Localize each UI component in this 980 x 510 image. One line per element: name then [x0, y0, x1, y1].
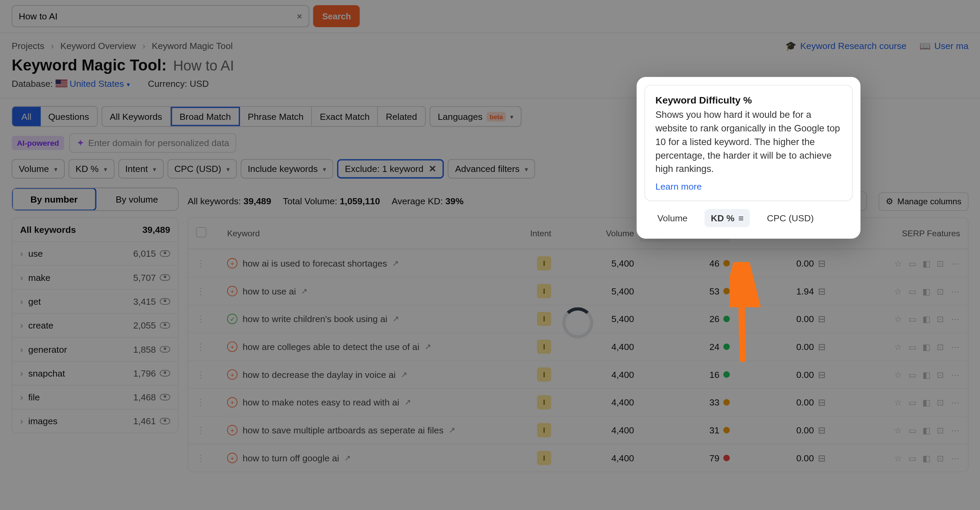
- category-item[interactable]: ›create2,055: [12, 313, 178, 337]
- drag-handle-icon[interactable]: ⋮: [196, 314, 222, 324]
- intent-badge: I: [537, 395, 551, 410]
- keyword-text: how to make notes easy to read with ai: [243, 397, 399, 408]
- breadcrumb-overview[interactable]: Keyword Overview: [60, 41, 136, 51]
- stat-volume: Total Volume: 1,059,110: [283, 196, 380, 206]
- add-keyword-icon[interactable]: +: [227, 286, 237, 296]
- add-keyword-icon[interactable]: +: [227, 369, 237, 380]
- drag-handle-icon[interactable]: ⋮: [196, 397, 222, 408]
- eye-icon[interactable]: [160, 298, 170, 305]
- filter-advanced[interactable]: Advanced filters▾: [448, 159, 535, 178]
- col-intent[interactable]: Intent: [493, 229, 551, 238]
- user-manual-link[interactable]: 📖 User ma: [920, 41, 969, 51]
- eye-icon[interactable]: [160, 370, 170, 377]
- external-link-icon[interactable]: ↗: [449, 426, 455, 435]
- drag-handle-icon[interactable]: ⋮: [196, 453, 222, 463]
- drag-handle-icon[interactable]: ⋮: [196, 286, 222, 296]
- volume-cell: 4,400: [557, 397, 634, 408]
- category-item[interactable]: ›make5,707: [12, 265, 178, 289]
- match-all-keywords[interactable]: All Keywords: [102, 107, 170, 126]
- match-phrase[interactable]: Phrase Match: [240, 107, 312, 126]
- filter-volume[interactable]: Volume▾: [11, 159, 64, 178]
- add-keyword-icon[interactable]: +: [227, 453, 237, 463]
- category-header[interactable]: All keywords 39,489: [12, 218, 178, 241]
- col-keyword[interactable]: Keyword: [227, 229, 488, 238]
- eye-icon[interactable]: [160, 250, 170, 257]
- eye-icon[interactable]: [160, 322, 170, 329]
- serp-features-cell: ☆▭◧⊡⋯: [831, 453, 960, 463]
- add-keyword-icon[interactable]: ✓: [227, 314, 237, 324]
- add-keyword-icon[interactable]: +: [227, 258, 237, 268]
- table-row[interactable]: ⋮+how to decrease the daylay in voice ai…: [188, 360, 968, 388]
- add-keyword-icon[interactable]: +: [227, 342, 237, 352]
- match-broad[interactable]: Broad Match: [170, 107, 240, 126]
- table-row[interactable]: ⋮+how to turn off google ai↗I4,400790.00…: [188, 443, 968, 472]
- category-label: make: [28, 272, 50, 283]
- serp-icon: ◧: [923, 259, 932, 268]
- toggle-by-number[interactable]: By number: [11, 187, 96, 211]
- drag-handle-icon[interactable]: ⋮: [196, 369, 222, 380]
- chevron-right-icon: ›: [20, 344, 23, 354]
- clear-icon[interactable]: ×: [297, 11, 302, 21]
- drag-handle-icon[interactable]: ⋮: [196, 342, 222, 352]
- serp-icon: ⊡: [937, 370, 946, 379]
- category-item[interactable]: ›get3,415: [12, 289, 178, 313]
- research-course-link[interactable]: 🎓 Keyword Research course: [785, 41, 907, 51]
- sort-icon: ≡: [738, 213, 744, 223]
- link-label: Keyword Research course: [800, 41, 907, 51]
- category-item[interactable]: ›snapchat1,796: [12, 361, 178, 385]
- filter-intent[interactable]: Intent▾: [118, 159, 164, 178]
- domain-input[interactable]: ✦ Enter domain for personalized data: [70, 133, 236, 153]
- select-all-checkbox[interactable]: [196, 227, 206, 237]
- table-row[interactable]: ⋮+how to save multiple artboards as sepe…: [188, 416, 968, 444]
- drag-handle-icon[interactable]: ⋮: [196, 425, 222, 435]
- eye-icon[interactable]: [160, 394, 170, 400]
- category-item[interactable]: ›file1,468: [12, 385, 178, 409]
- match-related[interactable]: Related: [378, 107, 425, 126]
- add-keyword-icon[interactable]: +: [227, 425, 237, 435]
- eye-icon[interactable]: [160, 275, 170, 281]
- filter-kd[interactable]: KD %▾: [68, 159, 115, 178]
- kd-cell: 26: [639, 314, 730, 324]
- intent-badge: I: [537, 451, 551, 465]
- external-link-icon[interactable]: ↗: [401, 370, 407, 379]
- search-button[interactable]: Search: [313, 5, 360, 27]
- drag-handle-icon[interactable]: ⋮: [196, 258, 222, 268]
- breadcrumb: Projects › Keyword Overview › Keyword Ma…: [11, 41, 779, 51]
- category-item[interactable]: ›use6,015: [12, 241, 178, 265]
- category-item[interactable]: ›images1,461: [12, 409, 178, 433]
- col-volume[interactable]: Volume: [557, 229, 634, 238]
- chevron-down-icon[interactable]: ▾: [127, 81, 130, 88]
- table-row[interactable]: ⋮+how ai is used to forecast shortages↗I…: [188, 249, 968, 277]
- tab-all[interactable]: All: [12, 107, 41, 126]
- currency-value: USD: [190, 78, 209, 89]
- external-link-icon[interactable]: ↗: [301, 287, 307, 296]
- category-label: snapchat: [28, 368, 65, 378]
- add-keyword-icon[interactable]: +: [227, 397, 237, 408]
- close-icon[interactable]: ✕: [429, 164, 436, 174]
- languages-filter[interactable]: Languages beta ▾: [430, 106, 522, 127]
- serp-icon: ◧: [923, 342, 932, 351]
- external-link-icon[interactable]: ↗: [344, 453, 351, 463]
- eye-icon[interactable]: [160, 418, 170, 424]
- table-row[interactable]: ⋮+how to make notes easy to read with ai…: [188, 388, 968, 416]
- filter-exclude[interactable]: Exclude: 1 keyword✕: [337, 159, 444, 178]
- eye-icon[interactable]: [160, 346, 170, 353]
- manage-columns-button[interactable]: ⚙Manage columns: [878, 192, 969, 210]
- toggle-by-volume[interactable]: By volume: [96, 188, 178, 210]
- table-row[interactable]: ⋮+how to use ai↗I5,400531.94⊟☆▭◧⊡⋯: [188, 277, 968, 305]
- filter-include[interactable]: Include keywords▾: [241, 159, 333, 178]
- keyword-text: how to use ai: [243, 286, 296, 296]
- tooltip-learn-more-link[interactable]: Learn more: [655, 181, 702, 191]
- match-exact[interactable]: Exact Match: [312, 107, 378, 126]
- chip-label: Advanced filters: [455, 164, 520, 174]
- filter-cpc[interactable]: CPC (USD)▾: [167, 159, 237, 178]
- external-link-icon[interactable]: ↗: [392, 259, 399, 268]
- external-link-icon[interactable]: ↗: [404, 398, 411, 407]
- category-item[interactable]: ›generator1,858: [12, 337, 178, 361]
- search-input[interactable]: [19, 11, 297, 21]
- external-link-icon[interactable]: ↗: [425, 342, 431, 351]
- breadcrumb-projects[interactable]: Projects: [11, 41, 44, 51]
- country-select[interactable]: United States: [70, 78, 124, 89]
- tab-questions[interactable]: Questions: [41, 107, 97, 126]
- external-link-icon[interactable]: ↗: [393, 314, 399, 323]
